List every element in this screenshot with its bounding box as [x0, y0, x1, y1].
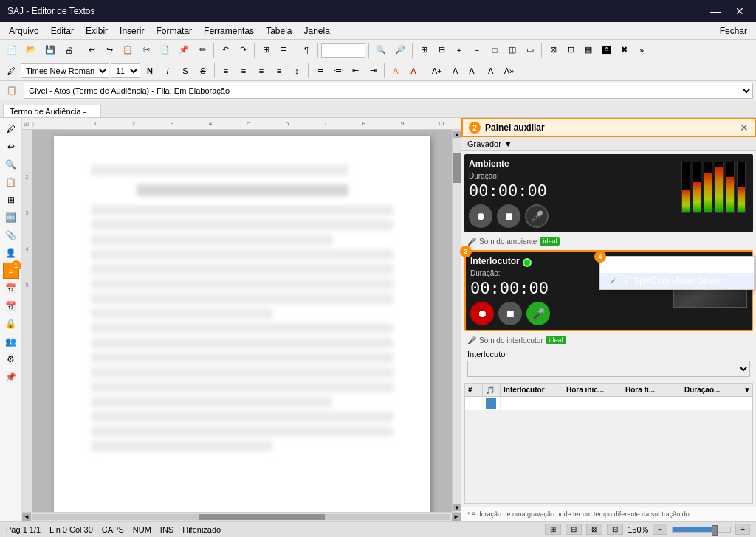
- scroll-down-btn[interactable]: ▼: [453, 504, 461, 511]
- camera-dropdown[interactable]: 1. Integrated Webcam 2. SplitCam Video D…: [599, 256, 755, 290]
- line-spacing[interactable]: ↕: [289, 63, 305, 79]
- new-button[interactable]: 📄: [3, 42, 21, 58]
- align-left[interactable]: ≡: [218, 63, 234, 79]
- italic-button[interactable]: I: [159, 63, 176, 79]
- align-justify[interactable]: ≡: [271, 63, 287, 79]
- tb-btn-25[interactable]: ⊡: [563, 42, 579, 58]
- zoom-out-btn[interactable]: −: [653, 524, 667, 535]
- sidebar-icon-11[interactable]: 📅: [3, 298, 19, 314]
- ambiente-record-btn[interactable]: ⏺: [469, 204, 492, 228]
- num-list[interactable]: ≔: [329, 63, 346, 79]
- sidebar-icon-9[interactable]: ≡ 1: [3, 263, 19, 279]
- scroll-thumb[interactable]: [453, 153, 461, 183]
- menu-janela[interactable]: Janela: [298, 24, 336, 38]
- tb-btn-10[interactable]: 📌: [175, 42, 193, 58]
- menu-exibir[interactable]: Exibir: [80, 24, 114, 38]
- redo-button[interactable]: ↷: [235, 42, 251, 58]
- tb-btn-20[interactable]: −: [469, 42, 485, 58]
- font-select[interactable]: Times New Roman: [21, 63, 109, 78]
- save-button[interactable]: 💾: [41, 42, 59, 58]
- para-btn[interactable]: ¶: [298, 42, 315, 58]
- menu-tabela[interactable]: Tabela: [260, 24, 298, 38]
- sidebar-icon-15[interactable]: 📌: [3, 369, 19, 385]
- sidebar-icon-6[interactable]: 🔤: [3, 209, 19, 226]
- zoom-slider-thumb[interactable]: [712, 525, 718, 536]
- tb-btn-27[interactable]: 🅰: [598, 42, 614, 58]
- dropdown-item-1[interactable]: 1. Integrated Webcam: [600, 257, 754, 273]
- text-size-xs[interactable]: A: [483, 63, 499, 79]
- underline-button[interactable]: S: [177, 63, 193, 79]
- zoom-slider[interactable]: [672, 527, 731, 533]
- tb-btn-21[interactable]: □: [487, 42, 503, 58]
- tb-btn-7[interactable]: 📋: [119, 42, 137, 58]
- tb-btn-22[interactable]: ◫: [504, 42, 520, 58]
- strikethrough-button[interactable]: S: [195, 63, 211, 79]
- menu-arquivo[interactable]: Arquivo: [3, 24, 45, 38]
- search-btn[interactable]: 🔍: [372, 42, 390, 58]
- status-btn-2[interactable]: ⊟: [566, 524, 582, 535]
- table-btn[interactable]: ⊞: [258, 42, 274, 58]
- interlocutor-mic-btn[interactable]: 🎤: [526, 302, 550, 325]
- sidebar-icon-7[interactable]: 📎: [3, 227, 19, 243]
- scroll-left-btn[interactable]: ◄: [22, 513, 31, 522]
- tb-btn-19[interactable]: +: [451, 42, 467, 58]
- zoom-input[interactable]: 150%: [321, 43, 365, 58]
- tb-btn-9[interactable]: 📑: [156, 42, 173, 58]
- ambiente-stop-btn[interactable]: ⏹: [497, 204, 520, 228]
- more-button[interactable]: »: [633, 42, 650, 58]
- menu-fechar[interactable]: Fechar: [714, 24, 753, 38]
- sidebar-icon-12[interactable]: 🔒: [3, 316, 19, 332]
- tb-btn-14[interactable]: ≣: [275, 42, 292, 58]
- sidebar-icon-5[interactable]: ⊞: [3, 192, 19, 208]
- sidebar-icon-1[interactable]: 🖊: [3, 121, 19, 137]
- undo-button[interactable]: ↶: [217, 42, 233, 58]
- h-scroll-track[interactable]: [32, 514, 450, 520]
- vertical-scrollbar[interactable]: ▲ ▼: [452, 130, 461, 512]
- menu-inserir[interactable]: Inserir: [114, 24, 150, 38]
- font-color-btn[interactable]: A: [405, 63, 422, 79]
- search-btn2[interactable]: 🔎: [391, 42, 409, 58]
- tb-btn-6[interactable]: ↪: [101, 42, 117, 58]
- open-button[interactable]: 📂: [22, 42, 40, 58]
- scroll-right-btn[interactable]: ►: [452, 513, 461, 522]
- zoom-in-btn[interactable]: +: [735, 524, 750, 535]
- dropdown-item-2[interactable]: 2. SplitCam Video Driver: [600, 273, 754, 289]
- panel-close-button[interactable]: ✕: [740, 122, 749, 134]
- indent[interactable]: ⇥: [365, 63, 381, 79]
- status-btn-4[interactable]: ⊡: [607, 524, 623, 535]
- sidebar-icon-10[interactable]: 📅: [3, 280, 19, 297]
- sidebar-icon-8[interactable]: 👤: [3, 245, 19, 261]
- tb-btn-28[interactable]: ✖: [616, 42, 632, 58]
- text-size-s[interactable]: A-: [465, 63, 481, 79]
- interlocutor-stop-btn[interactable]: ⏹: [498, 302, 522, 325]
- document-tab[interactable]: Termo de Audiência -: [3, 105, 101, 117]
- text-more[interactable]: A»: [501, 63, 518, 79]
- sidebar-icon-2[interactable]: ↩: [3, 139, 19, 155]
- bullet-list[interactable]: ≔: [312, 63, 328, 79]
- print-button[interactable]: 🖨: [61, 42, 77, 58]
- horizontal-scrollbar[interactable]: ◄ ►: [22, 512, 461, 521]
- h-scroll-thumb[interactable]: [199, 514, 325, 520]
- sidebar-icon-4[interactable]: 📋: [3, 174, 19, 190]
- style-icon[interactable]: 🖊: [3, 63, 19, 79]
- fontsize-select[interactable]: 11: [111, 63, 140, 78]
- menu-editar[interactable]: Editar: [45, 24, 80, 38]
- text-size-l[interactable]: A+: [428, 63, 446, 79]
- align-right[interactable]: ≡: [253, 63, 269, 79]
- tb-btn-26[interactable]: ▦: [580, 42, 597, 58]
- tb-btn-17[interactable]: ⊞: [416, 42, 432, 58]
- interlocutor-select[interactable]: [467, 361, 750, 377]
- status-btn-3[interactable]: ⊠: [586, 524, 602, 535]
- tb-btn-24[interactable]: ⊠: [545, 42, 561, 58]
- tb-btn-11[interactable]: ✏: [194, 42, 210, 58]
- menu-formatar[interactable]: Formatar: [150, 24, 198, 38]
- gravador-dropdown-arrow[interactable]: ▼: [504, 139, 512, 148]
- close-button[interactable]: ✕: [731, 4, 749, 18]
- tb-btn-5[interactable]: ↩: [83, 42, 100, 58]
- status-btn-1[interactable]: ⊞: [545, 524, 561, 535]
- tb-btn-23[interactable]: ▭: [522, 42, 538, 58]
- sidebar-icon-3[interactable]: 🔍: [3, 156, 19, 173]
- menu-ferramentas[interactable]: Ferramentas: [198, 24, 260, 38]
- bold-button[interactable]: N: [142, 63, 158, 79]
- interlocutor-record-btn[interactable]: ⏺: [470, 302, 494, 325]
